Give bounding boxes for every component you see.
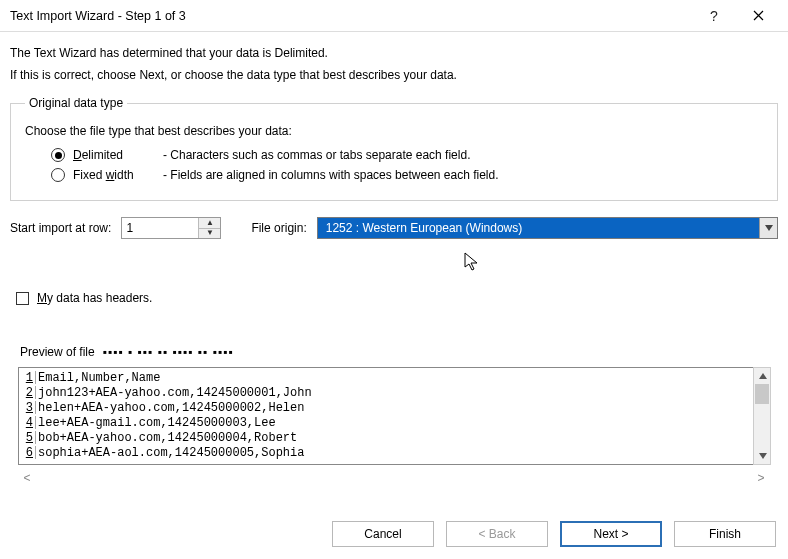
horizontal-scrollbar[interactable]: < >	[18, 471, 770, 485]
finish-button[interactable]: Finish	[674, 521, 776, 547]
original-data-type-legend: Original data type	[25, 96, 127, 110]
file-origin-value: 1252 : Western European (Windows)	[318, 218, 759, 238]
preview-filename: ▪▪▪▪ ▪ ▪▪▪ ▪▪ ▪▪▪▪ ▪▪ ▪▪▪▪	[98, 345, 233, 359]
file-origin-label: File origin:	[251, 221, 306, 235]
delimited-radio[interactable]	[51, 148, 65, 162]
preview-line: 6sophia+AEA-aol.com,14245000005,Sophia	[21, 445, 769, 460]
intro-text-2: If this is correct, choose Next, or choo…	[10, 68, 778, 82]
spinner-down-icon[interactable]: ▼	[199, 229, 220, 239]
dropdown-button[interactable]	[759, 218, 777, 238]
back-button: < Back	[446, 521, 548, 547]
preview-line-number: 1	[21, 371, 33, 385]
preview-line: 5bob+AEA-yahoo.com,14245000004,Robert	[21, 430, 769, 445]
close-button[interactable]	[736, 1, 780, 31]
preview-line-text: lee+AEA-gmail.com,14245000003,Lee	[38, 416, 276, 430]
preview-line-text: Email,Number,Name	[38, 371, 160, 385]
preview-pane: 1Email,Number,Name2john123+AEA-yahoo.com…	[18, 367, 770, 465]
close-icon	[753, 10, 764, 21]
preview-line-number: 6	[21, 446, 33, 460]
preview-label: Preview of file ▪▪▪▪ ▪ ▪▪▪ ▪▪ ▪▪▪▪ ▪▪ ▪▪…	[20, 345, 778, 359]
preview-line-text: john123+AEA-yahoo.com,14245000001,John	[38, 386, 312, 400]
scroll-left-icon[interactable]: <	[18, 471, 36, 485]
scroll-up-icon[interactable]	[754, 368, 772, 384]
scroll-right-icon[interactable]: >	[752, 471, 770, 485]
spinner-up-icon[interactable]: ▲	[199, 218, 220, 229]
preview-line: 1Email,Number,Name	[21, 370, 769, 385]
vertical-scrollbar[interactable]	[753, 367, 771, 465]
next-button[interactable]: Next >	[560, 521, 662, 547]
window-title: Text Import Wizard - Step 1 of 3	[10, 9, 692, 23]
delimited-desc: - Characters such as commas or tabs sepa…	[163, 148, 470, 162]
fixed-width-radio[interactable]	[51, 168, 65, 182]
scrollbar-thumb[interactable]	[755, 384, 769, 404]
intro-text-1: The Text Wizard has determined that your…	[10, 46, 778, 60]
preview-line-text: helen+AEA-yahoo.com,14245000002,Helen	[38, 401, 304, 415]
file-origin-dropdown[interactable]: 1252 : Western European (Windows)	[317, 217, 778, 239]
chevron-down-icon	[765, 225, 773, 231]
preview-line-text: bob+AEA-yahoo.com,14245000004,Robert	[38, 431, 297, 445]
start-row-label: Start import at row:	[10, 221, 111, 235]
fixed-width-desc: - Fields are aligned in columns with spa…	[163, 168, 499, 182]
preview-line-number: 2	[21, 386, 33, 400]
preview-line-number: 4	[21, 416, 33, 430]
preview-line: 3helen+AEA-yahoo.com,14245000002,Helen	[21, 400, 769, 415]
delimited-radio-label[interactable]: Delimited	[73, 148, 155, 162]
preview-line: 4lee+AEA-gmail.com,14245000003,Lee	[21, 415, 769, 430]
has-headers-label[interactable]: My data has headers.	[37, 291, 152, 305]
cancel-button[interactable]: Cancel	[332, 521, 434, 547]
fixed-width-radio-label[interactable]: Fixed width	[73, 168, 155, 182]
preview-line-number: 5	[21, 431, 33, 445]
choose-file-type-label: Choose the file type that best describes…	[25, 124, 763, 138]
preview-line-number: 3	[21, 401, 33, 415]
preview-line: 2john123+AEA-yahoo.com,14245000001,John	[21, 385, 769, 400]
preview-line-text: sophia+AEA-aol.com,14245000005,Sophia	[38, 446, 304, 460]
original-data-type-group: Original data type Choose the file type …	[10, 96, 778, 201]
has-headers-checkbox[interactable]	[16, 292, 29, 305]
start-row-spinner[interactable]: ▲ ▼	[121, 217, 221, 239]
scroll-down-icon[interactable]	[754, 448, 772, 464]
start-row-input[interactable]	[122, 218, 198, 238]
help-button[interactable]: ?	[692, 1, 736, 31]
